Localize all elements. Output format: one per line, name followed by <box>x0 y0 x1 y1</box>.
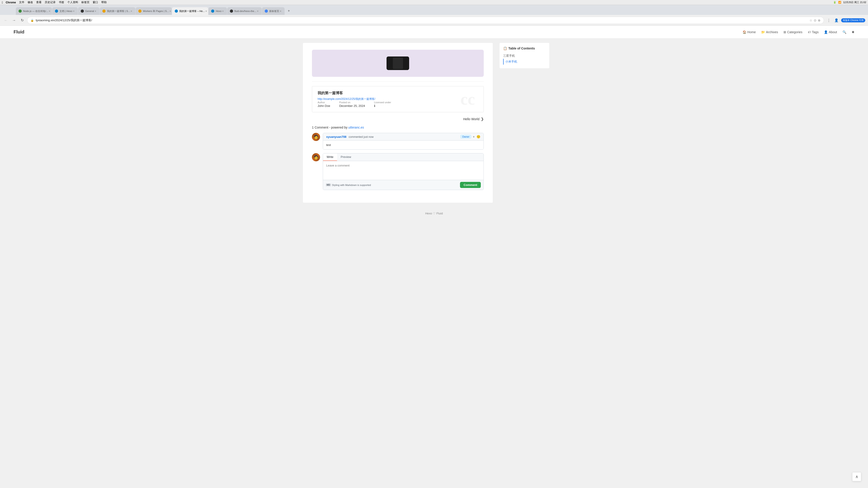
comment-submit-button[interactable]: Comment <box>460 182 481 188</box>
tab-close-icon[interactable]: ✕ <box>130 9 133 13</box>
phone-image-area <box>312 50 484 77</box>
lens-icon[interactable]: ⊙ <box>814 19 816 22</box>
next-arrow-icon: ❯ <box>481 117 484 121</box>
post-url[interactable]: http://example.com/2024/12/25/我的第一篇博客/ <box>318 97 375 101</box>
tab-label: 文档 | Hexo <box>59 9 72 13</box>
tab-general[interactable]: General ✕ <box>78 7 99 15</box>
nav-about[interactable]: 👤 About <box>824 30 837 34</box>
comments-section: 1 Comment - powered by utteranc.es 🧑 syu… <box>312 126 484 190</box>
preview-tab[interactable]: Preview <box>337 153 355 161</box>
tab-label: Node.js — 在任何地/... <box>23 9 48 13</box>
tab-new[interactable]: 新标签页 ✕ <box>262 7 285 15</box>
main-content: cc 我的第一篇博客 http://example.com/2024/12/25… <box>303 43 493 203</box>
post-card-bg: cc <box>452 86 484 112</box>
tab-label: 我的第一篇博客 | S... <box>107 9 130 13</box>
next-post-link[interactable]: Hello World ❯ <box>463 117 484 121</box>
tab-favicon <box>175 9 178 13</box>
search-icon: 🔍 <box>842 30 846 34</box>
tab-close-icon[interactable]: ✕ <box>205 9 208 13</box>
profile-button[interactable]: 👤 <box>833 17 840 24</box>
menu-file[interactable]: 文件 <box>19 0 24 4</box>
tab-favicon <box>19 9 22 13</box>
tab-close-icon[interactable]: ✕ <box>48 9 51 13</box>
add-reaction-button[interactable]: + <box>473 135 475 138</box>
menu-edit[interactable]: 修改 <box>28 0 33 4</box>
menu-help[interactable]: 帮助 <box>101 0 107 4</box>
update-badge[interactable]: 有版本 Chrome 可用 <box>841 18 865 22</box>
app-name[interactable]: Chrome <box>6 1 16 4</box>
tab-close-icon[interactable]: ✕ <box>221 9 224 13</box>
back-button[interactable]: ← <box>3 17 9 24</box>
markdown-hint-text: Styling with Markdown is supported <box>332 184 371 186</box>
tab-close-icon[interactable]: ✕ <box>169 9 172 13</box>
site-footer: Hexo ♡ Fluid <box>0 207 868 220</box>
menu-history[interactable]: 历史记录 <box>45 0 56 4</box>
tab-blog-s1[interactable]: 我的第一篇博客 | S... ✕ <box>100 7 135 15</box>
comment-write-form: Write Preview MD Styling with Markdown i… <box>323 153 484 190</box>
tab-close-icon[interactable]: ✕ <box>256 9 259 13</box>
menu-bookmarks[interactable]: 书签 <box>59 0 64 4</box>
license-meta: Licensed under ℹ <box>374 101 391 107</box>
nav-categories[interactable]: ⊞ Categories <box>783 30 802 34</box>
toc-item-samsung[interactable]: 三星手机 <box>503 53 546 59</box>
section-divider <box>312 81 484 82</box>
tab-nodejs[interactable]: Node.js — 在任何地/... ✕ <box>16 7 52 15</box>
star-icon: ✱ <box>852 30 855 34</box>
new-tab-button[interactable]: + <box>286 8 292 14</box>
nav-extra[interactable]: ✱ <box>852 30 855 34</box>
toc-item-xiaomi[interactable]: 小米手机 <box>503 59 546 65</box>
bookmark-icon[interactable]: ☆ <box>809 19 812 22</box>
markdown-badge: MD <box>326 184 331 186</box>
license-icon[interactable]: ℹ <box>374 104 391 107</box>
apple-menu[interactable]:  <box>2 1 3 4</box>
tab-favicon <box>55 9 58 13</box>
tab-favicon <box>138 9 142 13</box>
toc-icon: 📋 <box>503 46 507 50</box>
footer-text: Hexo ♡ Fluid <box>425 212 443 215</box>
emoji-icon[interactable]: 🙂 <box>476 135 480 138</box>
forward-button[interactable]: → <box>11 17 17 24</box>
tab-close-icon[interactable]: ✕ <box>94 9 97 13</box>
datetime: 12月25日 周三 21:02 <box>843 1 866 4</box>
tab-close-icon[interactable]: ✕ <box>72 9 75 13</box>
reload-button[interactable]: ↻ <box>19 17 25 24</box>
tab-label: 我的第一篇博客 – He... <box>179 9 205 13</box>
tab-close-icon[interactable]: ✕ <box>279 9 282 13</box>
battery-status: 🔋 <box>833 1 836 4</box>
tab-workers[interactable]: Workers 和 Pages | S... ✕ <box>135 7 172 15</box>
tab-favicon <box>102 9 105 13</box>
author-value: John Doe <box>318 104 330 107</box>
tab-hexo[interactable]: Hexo ✕ <box>209 7 227 15</box>
tab-favicon <box>230 9 233 13</box>
comment-author: syuanyuan708 <box>326 135 346 138</box>
back-to-top-button[interactable]: ∧ <box>852 472 861 481</box>
tab-hexo-docs[interactable]: 文档 | Hexo ✕ <box>52 7 78 15</box>
url-bar[interactable]: 🔒 tyxiaoming.xin/2024/12/25/我的第一篇博客/ ☆ ⊙… <box>27 17 824 24</box>
archives-icon: 📁 <box>761 30 765 34</box>
nav-search[interactable]: 🔍 <box>842 30 846 34</box>
powered-by-link[interactable]: utteranc.es <box>348 126 364 129</box>
comment-header: syuanyuan708 commented just now Owner + … <box>323 133 484 140</box>
tab-blog-active[interactable]: 我的第一篇博客 – He... ✕ <box>172 7 208 15</box>
tab-favicon <box>265 9 268 13</box>
tab-label: 新标签页 <box>269 9 279 13</box>
menu-view[interactable]: 查看 <box>36 0 41 4</box>
post-card: cc 我的第一篇博客 http://example.com/2024/12/25… <box>312 86 484 112</box>
posted-date: December 25, 2024 <box>339 104 365 107</box>
extension-icon[interactable]: ⊕ <box>818 19 820 22</box>
menu-tabs[interactable]: 标签页 <box>81 0 90 4</box>
menu-profile[interactable]: 个人资料 <box>67 0 78 4</box>
tab-label: fluid-dev/hexo-the... <box>235 10 256 12</box>
comment-textarea[interactable] <box>323 161 484 179</box>
phone-mockup <box>386 57 409 70</box>
site-logo[interactable]: Fluid <box>13 29 24 35</box>
nav-home[interactable]: 🏠 Home <box>743 30 756 34</box>
tab-fluid-dev[interactable]: fluid-dev/hexo-the... ✕ <box>227 7 262 15</box>
nav-archives[interactable]: 📁 Archives <box>761 30 778 34</box>
extensions-button[interactable]: ⋮ <box>826 17 832 24</box>
page-wrapper: Fluid 🏠 Home 📁 Archives ⊞ Categories 🏷 T… <box>0 26 868 488</box>
write-tab[interactable]: Write <box>323 153 337 161</box>
menu-window[interactable]: 窗口 <box>93 0 98 4</box>
chrome-navbar: ← → ↻ 🔒 tyxiaoming.xin/2024/12/25/我的第一篇博… <box>0 15 868 26</box>
nav-tags[interactable]: 🏷 Tags <box>808 30 819 34</box>
